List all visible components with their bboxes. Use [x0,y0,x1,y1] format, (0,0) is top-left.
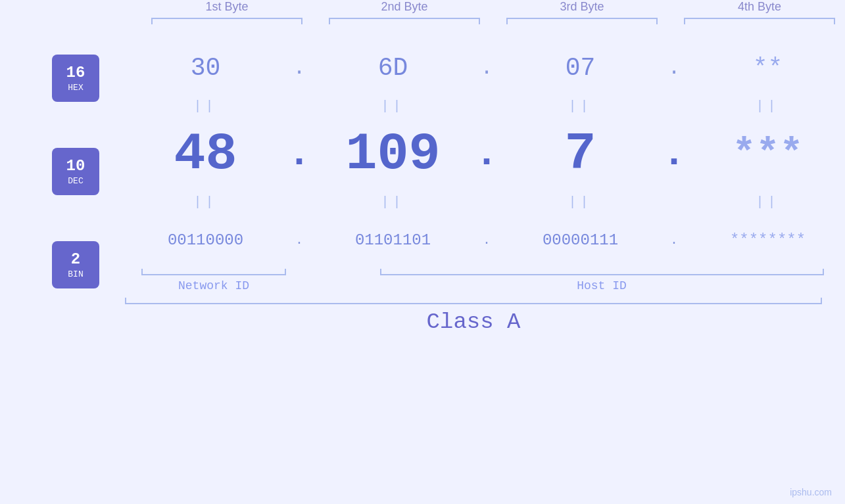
dec-data-row: 48 . 109 . 7 . *** [125,118,845,190]
hex-badge-label: HEX [68,83,83,93]
bin-badge-number: 2 [71,250,80,269]
host-bracket-line [380,269,824,275]
dec-b2: 109 [312,124,473,184]
hex-data-row: 30 . 6D . 07 . ** [125,41,845,94]
byte1-label: 1st Byte [138,0,316,14]
hex-b1: 30 [125,54,286,82]
eq1-b4: || [687,99,845,114]
data-area: 16 HEX 10 DEC 2 BIN 30 . 6D . 07 . ** [26,35,845,334]
footer: ipshu.com [790,487,832,497]
dec-dot2: . [473,131,500,176]
bin-b1: 00110000 [125,231,286,249]
bin-dot1: . [286,233,312,248]
class-label: Class A [125,309,822,334]
hex-dot3: . [661,56,687,80]
eq1-b3: || [500,99,661,114]
dec-b1: 48 [125,124,286,184]
eq2-b2: || [312,195,473,210]
bottom-brackets-container: Network ID Host ID [125,269,845,292]
bracket-byte3 [506,18,658,24]
host-id-label: Host ID [577,279,627,292]
eq1-b1: || [125,99,286,114]
eq2-b4: || [687,195,845,210]
spacer [302,269,355,292]
full-bottom-bracket [125,298,822,304]
dec-b4: *** [687,131,845,176]
right-data: 30 . 6D . 07 . ** || || || || 48 [125,35,845,334]
byte2-label: 2nd Byte [316,0,493,14]
byte3-label: 3rd Byte [493,0,671,14]
bracket-byte2 [329,18,480,24]
network-bracket-container: Network ID [125,269,302,292]
byte-labels-row: 1st Byte 2nd Byte 3rd Byte 4th Byte [138,0,845,14]
network-id-label: Network ID [178,279,249,292]
eq2-b3: || [500,195,661,210]
bracket-byte1 [151,18,302,24]
byte4-label: 4th Byte [671,0,845,14]
dec-b3: 7 [500,124,661,184]
bracket-byte4 [684,18,835,24]
dec-badge-label: DEC [68,176,83,186]
dec-dot3: . [661,131,687,176]
dec-badge: 10 DEC [52,148,99,195]
top-area: 1st Byte 2nd Byte 3rd Byte 4th Byte [26,0,845,35]
left-badges: 16 HEX 10 DEC 2 BIN [26,35,125,334]
bin-b2: 01101101 [312,231,473,249]
hex-dot2: . [473,56,500,80]
eq2-b1: || [125,195,286,210]
hex-b4: ** [687,54,845,82]
bin-data-row: 00110000 . 01101101 . 00000111 . *******… [125,214,845,266]
dec-dot1: . [286,131,312,176]
hex-b3: 07 [500,54,661,82]
network-bracket-line [141,269,286,275]
bin-dot3: . [661,233,687,248]
dec-badge-number: 10 [66,157,85,176]
bin-b4: ******** [687,231,845,249]
equals-row-2: || || || || [125,190,845,214]
equals-row-1: || || || || [125,94,845,118]
hex-dot1: . [286,56,312,80]
bin-badge: 2 BIN [52,241,99,288]
bin-b3: 00000111 [500,231,661,249]
main-wrapper: 1st Byte 2nd Byte 3rd Byte 4th Byte 16 H… [0,0,845,334]
top-brackets-row [138,18,845,24]
hex-b2: 6D [312,54,473,82]
hex-badge-number: 16 [66,64,85,83]
bin-dot2: . [473,233,500,248]
eq1-b2: || [312,99,473,114]
host-bracket-container: Host ID [355,269,845,292]
bin-badge-label: BIN [68,269,83,279]
hex-badge: 16 HEX [52,55,99,102]
